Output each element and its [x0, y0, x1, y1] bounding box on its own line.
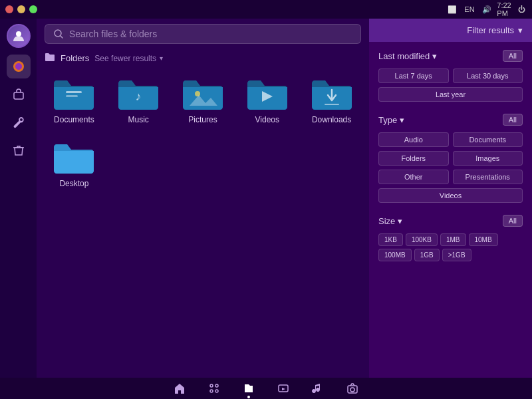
- pictures-folder-icon: [182, 76, 224, 111]
- taskbar-camera[interactable]: [345, 381, 360, 396]
- filter-header[interactable]: Filter results ▾: [369, 19, 532, 42]
- maximize-button[interactable]: [29, 5, 37, 13]
- size-1gb-button[interactable]: 1GB: [414, 249, 440, 261]
- folder-label-music: Music: [128, 115, 149, 124]
- clock: 7:22 PM: [499, 4, 509, 15]
- last-year-button[interactable]: Last year: [378, 87, 523, 102]
- main-container: Folders See fewer results ▾: [0, 19, 532, 378]
- documents-button[interactable]: Documents: [453, 132, 523, 147]
- taskbar-media[interactable]: [276, 381, 291, 396]
- documents-folder-icon: [53, 76, 95, 111]
- last-30-days-button[interactable]: Last 30 days: [453, 68, 523, 83]
- type-label: Type: [378, 115, 397, 125]
- power-icon[interactable]: ⏻: [516, 4, 527, 15]
- folder-item-music[interactable]: ♪ Music: [109, 72, 168, 128]
- size-gt1gb-button[interactable]: >1GB: [442, 249, 471, 261]
- folder-header-icon: [45, 52, 55, 65]
- titlebar-right: ⬜ EN 🔊 7:22 PM ⏻: [447, 4, 527, 15]
- type-row4: Videos: [378, 188, 523, 203]
- desktop-folder-icon: [53, 140, 95, 175]
- folder-label-desktop: Desktop: [59, 179, 88, 188]
- size-title[interactable]: Size ▾: [378, 216, 402, 226]
- svg-rect-3: [14, 92, 23, 99]
- svg-point-2: [15, 63, 22, 70]
- folder-item-downloads[interactable]: Downloads: [302, 72, 361, 128]
- filter-panel: Filter results ▾ Last modified ▾ All Las…: [369, 19, 532, 378]
- size-100kb-button[interactable]: 100KB: [406, 233, 438, 246]
- folder-item-documents[interactable]: Documents: [45, 72, 104, 128]
- size-all-button[interactable]: All: [503, 215, 523, 227]
- taskbar-apps[interactable]: [207, 381, 221, 396]
- size-1mb-button[interactable]: 1MB: [440, 233, 466, 246]
- taskbar-files[interactable]: [241, 381, 256, 396]
- svg-text:♪: ♪: [136, 90, 142, 103]
- size-1kb-button[interactable]: 1KB: [378, 233, 403, 246]
- volume-icon[interactable]: 🔊: [481, 4, 492, 15]
- filter-type-section: Type ▾ All Audio Documents Folders Image…: [378, 114, 523, 203]
- sidebar-item-wrench[interactable]: [7, 110, 31, 134]
- close-button[interactable]: [5, 5, 13, 13]
- taskbar-home[interactable]: [172, 381, 187, 396]
- size-label: Size: [378, 216, 395, 226]
- folders-section: Folders See fewer results ▾: [37, 49, 369, 378]
- audio-button[interactable]: Audio: [378, 132, 449, 147]
- svg-point-11: [215, 384, 218, 387]
- type-row3: Other Presentations: [378, 170, 523, 184]
- size-100mb-button[interactable]: 100MB: [378, 249, 412, 261]
- filter-last-modified-header: Last modified ▾ All: [378, 50, 523, 62]
- search-input[interactable]: [69, 29, 352, 39]
- folders-grid: Documents ♪ Music: [45, 72, 361, 192]
- screen-icon[interactable]: ⬜: [447, 4, 458, 15]
- type-chevron-icon: ▾: [400, 115, 404, 125]
- user-avatar[interactable]: [7, 24, 31, 48]
- sidebar-item-briefcase[interactable]: [7, 82, 31, 106]
- videos-button[interactable]: Videos: [378, 188, 523, 203]
- filter-last-modified-section: Last modified ▾ All Last 7 days Last 30 …: [378, 50, 523, 102]
- type-row1: Audio Documents: [378, 132, 523, 147]
- folder-item-pictures[interactable]: Pictures: [174, 72, 233, 128]
- folder-item-desktop[interactable]: Desktop: [45, 136, 104, 192]
- svg-rect-6: [66, 95, 78, 97]
- svg-point-8: [195, 91, 200, 96]
- taskbar: [0, 378, 532, 399]
- taskbar-music[interactable]: [311, 381, 325, 396]
- type-row2: Folders Images: [378, 151, 523, 166]
- search-bar: [37, 19, 369, 49]
- last-modified-buttons-row: Last 7 days Last 30 days: [378, 68, 523, 83]
- chevron-down-icon: ▾: [160, 55, 163, 62]
- downloads-folder-icon: [311, 76, 353, 111]
- last-modified-label: Last modified: [378, 51, 430, 61]
- filter-chevron-icon: ▾: [518, 25, 523, 35]
- sidebar-item-firefox[interactable]: [7, 55, 31, 78]
- sidebar: [0, 19, 37, 378]
- folders-button[interactable]: Folders: [378, 151, 449, 166]
- svg-rect-5: [66, 91, 82, 93]
- titlebar: ⬜ EN 🔊 7:22 PM ⏻: [0, 0, 532, 19]
- see-fewer-button[interactable]: See fewer results ▾: [94, 54, 163, 63]
- other-button[interactable]: Other: [378, 170, 449, 184]
- minimize-button[interactable]: [17, 5, 25, 13]
- type-all-button[interactable]: All: [503, 114, 523, 126]
- svg-point-13: [215, 390, 218, 392]
- last-modified-title[interactable]: Last modified ▾: [378, 51, 437, 61]
- folder-item-videos[interactable]: Videos: [237, 72, 297, 128]
- svg-point-16: [350, 388, 354, 392]
- lang-label[interactable]: EN: [464, 4, 475, 15]
- svg-point-0: [16, 31, 21, 37]
- music-folder-icon: ♪: [117, 76, 160, 111]
- size-10mb-button[interactable]: 10MB: [469, 233, 498, 246]
- folders-label: Folders: [61, 53, 89, 63]
- size-chevron-icon: ▾: [398, 216, 402, 226]
- sidebar-item-trash[interactable]: [7, 138, 31, 162]
- see-fewer-label: See fewer results: [94, 54, 156, 63]
- images-button[interactable]: Images: [453, 151, 523, 166]
- folders-header: Folders See fewer results ▾: [45, 52, 361, 65]
- folder-label-pictures: Pictures: [188, 115, 217, 124]
- last-modified-all-button[interactable]: All: [503, 50, 523, 62]
- window-controls[interactable]: [5, 5, 37, 13]
- type-title[interactable]: Type ▾: [378, 115, 404, 125]
- presentations-button[interactable]: Presentations: [453, 170, 523, 184]
- last-7-days-button[interactable]: Last 7 days: [378, 68, 449, 83]
- search-wrapper[interactable]: [45, 24, 361, 44]
- folder-label-documents: Documents: [54, 115, 94, 124]
